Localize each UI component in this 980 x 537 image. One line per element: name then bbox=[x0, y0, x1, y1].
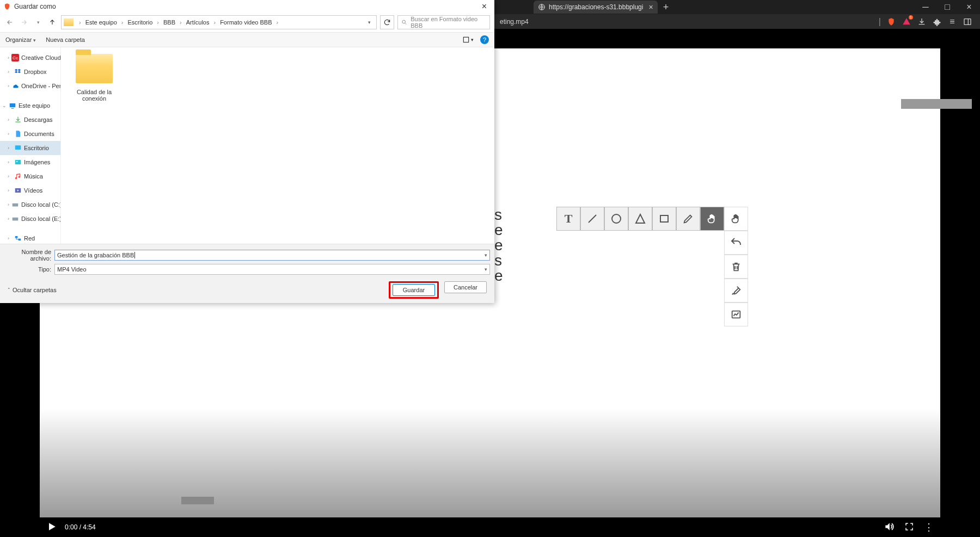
text-tool[interactable]: T bbox=[556, 207, 580, 231]
close-dialog-icon[interactable]: × bbox=[477, 2, 491, 11]
menu-icon[interactable]: ≡ bbox=[947, 17, 957, 27]
bc-item-4[interactable]: Formato video BBB bbox=[219, 18, 273, 27]
globe-icon bbox=[538, 3, 546, 11]
chart-tool[interactable] bbox=[724, 303, 748, 326]
obscured-text: s e e s e bbox=[494, 207, 503, 283]
window-controls: ─ □ × bbox=[915, 0, 980, 14]
svg-point-15 bbox=[17, 219, 17, 219]
svg-point-5 bbox=[402, 20, 406, 23]
bc-item-3[interactable]: Artículos bbox=[185, 18, 211, 27]
sidebar-item[interactable]: ›Escritorio bbox=[0, 141, 60, 155]
sidebar-item[interactable]: ›Disco local (C:) bbox=[0, 197, 60, 212]
undo-tool[interactable] bbox=[724, 231, 748, 255]
pencil-tool[interactable] bbox=[676, 207, 700, 231]
sidebar-item[interactable]: ›Dropbox bbox=[0, 65, 60, 79]
save-button[interactable]: Guardar bbox=[393, 284, 435, 296]
pointer-tool[interactable] bbox=[724, 207, 748, 231]
bottom-panel: Nombre de archivo: Gestión de la grabaci… bbox=[0, 244, 494, 303]
svg-rect-9 bbox=[15, 160, 21, 164]
svg-point-2 bbox=[612, 214, 621, 223]
download-icon[interactable] bbox=[917, 17, 927, 27]
breadcrumb[interactable]: › Este equipo › Escritorio › BBB › Artíc… bbox=[61, 15, 377, 29]
forward-button[interactable] bbox=[19, 17, 29, 28]
sidebar-item[interactable]: ⌄Este equipo bbox=[0, 98, 60, 113]
refresh-button[interactable] bbox=[380, 15, 394, 29]
svg-rect-8 bbox=[15, 145, 21, 150]
fullscreen-icon[interactable] bbox=[904, 522, 914, 533]
svg-rect-1 bbox=[964, 18, 971, 24]
video-gradient bbox=[40, 409, 940, 517]
bc-item-1[interactable]: Escritorio bbox=[126, 18, 154, 27]
rectangle-tool[interactable] bbox=[652, 207, 676, 231]
folder-icon bbox=[76, 54, 113, 83]
extensions-icon[interactable] bbox=[932, 17, 942, 27]
sidebar-item[interactable]: ›Vídeos bbox=[0, 183, 60, 197]
sidebar-item[interactable]: ›Disco local (E:) bbox=[0, 212, 60, 226]
type-select[interactable]: MP4 Video ▾ bbox=[54, 264, 490, 275]
sidebar-item[interactable]: ›OneDrive - Perso bbox=[0, 79, 60, 93]
search-box[interactable]: Buscar en Formato video BBB bbox=[397, 15, 490, 29]
recent-dropdown[interactable]: ▾ bbox=[33, 17, 44, 28]
sidebar-item[interactable]: ›Descargas bbox=[0, 113, 60, 127]
circle-tool[interactable] bbox=[604, 207, 628, 231]
filename-label: Nombre de archivo: bbox=[4, 249, 54, 262]
up-button[interactable] bbox=[47, 17, 58, 28]
sidebar-item[interactable]: ›Imágenes bbox=[0, 155, 60, 169]
organize-button[interactable]: Organizar ▾ bbox=[5, 36, 36, 43]
triangle-tool[interactable] bbox=[628, 207, 652, 231]
folder-label: Calidad de la conexión bbox=[70, 89, 119, 102]
close-window-button[interactable]: × bbox=[958, 0, 980, 14]
new-folder-button[interactable]: Nueva carpeta bbox=[46, 36, 85, 43]
annotation-side-toolbar bbox=[724, 231, 748, 326]
hide-folders-toggle[interactable]: ˄ Ocultar carpetas bbox=[8, 287, 57, 293]
svg-point-13 bbox=[17, 205, 17, 205]
brave-shield-icon[interactable] bbox=[886, 17, 896, 27]
browser-tab[interactable]: https://grabaciones-s31.bbbplugi × bbox=[534, 1, 658, 14]
gray-element bbox=[181, 497, 214, 504]
play-button[interactable] bbox=[46, 521, 57, 534]
svg-rect-3 bbox=[660, 215, 668, 222]
folder-icon bbox=[64, 18, 74, 26]
filename-input[interactable]: Gestión de la grabación BBB ▾ bbox=[54, 250, 490, 261]
view-options-button[interactable]: ▾ bbox=[462, 36, 474, 44]
annotation-toolbar: T bbox=[556, 207, 748, 231]
paint-tool[interactable] bbox=[724, 279, 748, 303]
volume-icon[interactable] bbox=[884, 521, 895, 534]
bat-rewards-icon[interactable]: 1 bbox=[902, 17, 911, 27]
sidebar-item[interactable]: ›Documents bbox=[0, 127, 60, 141]
sidebar-item[interactable]: ›CcCreative Cloud F bbox=[0, 51, 60, 65]
cancel-button[interactable]: Cancelar bbox=[444, 281, 487, 293]
trash-tool[interactable] bbox=[724, 255, 748, 279]
hand-tool[interactable] bbox=[700, 207, 724, 231]
sidebar-item[interactable]: ›Música bbox=[0, 169, 60, 183]
app-icon bbox=[3, 3, 11, 10]
minimize-button[interactable]: ─ bbox=[915, 0, 936, 14]
more-icon[interactable]: ⋮ bbox=[924, 521, 934, 533]
dialog-title-bar: Guardar como × bbox=[0, 0, 494, 13]
svg-point-10 bbox=[16, 161, 17, 162]
search-placeholder: Buscar en Formato video BBB bbox=[411, 16, 486, 29]
bc-item-0[interactable]: Este equipo bbox=[84, 18, 118, 27]
toolbar: Organizar ▾ Nueva carpeta ▾ ? bbox=[0, 32, 494, 47]
line-tool[interactable] bbox=[580, 207, 604, 231]
save-as-dialog: Guardar como × ▾ › Este equipo › Escrito… bbox=[0, 0, 494, 303]
save-highlight: Guardar bbox=[389, 281, 439, 299]
gray-element-top bbox=[901, 99, 972, 109]
tab-close-icon[interactable]: × bbox=[648, 3, 653, 11]
svg-rect-7 bbox=[10, 103, 16, 107]
maximize-button[interactable]: □ bbox=[936, 0, 958, 14]
sidebar: ›CcCreative Cloud F›Dropbox›OneDrive - P… bbox=[0, 47, 61, 244]
back-button[interactable] bbox=[4, 17, 15, 28]
type-label: Tipo: bbox=[4, 266, 54, 273]
svg-rect-17 bbox=[19, 239, 21, 241]
video-time: 0:00 / 4:54 bbox=[65, 523, 96, 531]
dialog-body: ›CcCreative Cloud F›Dropbox›OneDrive - P… bbox=[0, 47, 494, 244]
folder-item[interactable]: Calidad de la conexión bbox=[70, 54, 119, 102]
help-icon[interactable]: ? bbox=[480, 35, 489, 44]
folder-content[interactable]: Calidad de la conexión bbox=[61, 47, 494, 244]
bc-item-2[interactable]: BBB bbox=[162, 18, 176, 27]
sidebar-toggle-icon[interactable] bbox=[963, 17, 972, 27]
new-tab-button[interactable]: + bbox=[663, 2, 669, 13]
tab-title: https://grabaciones-s31.bbbplugi bbox=[549, 3, 643, 11]
sidebar-item[interactable]: ›Red bbox=[0, 231, 60, 244]
